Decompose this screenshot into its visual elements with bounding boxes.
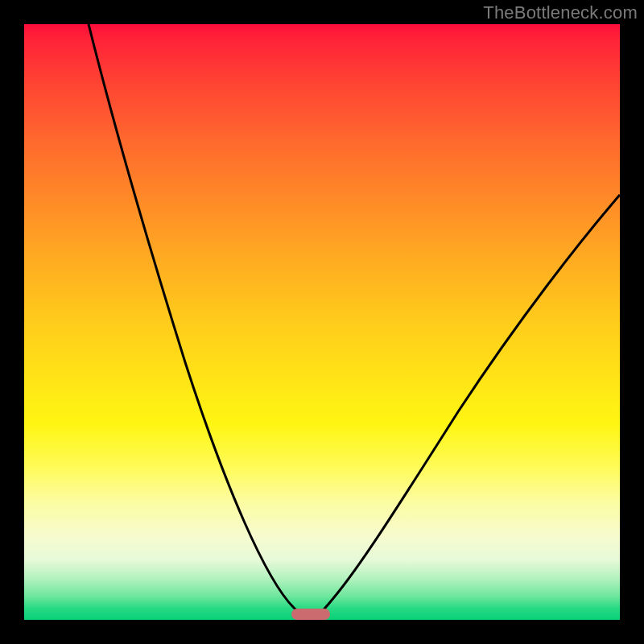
watermark-text: TheBottleneck.com <box>483 2 638 23</box>
bottleneck-curve <box>24 24 620 620</box>
chart-frame: TheBottleneck.com <box>0 0 644 644</box>
left-branch <box>89 24 308 619</box>
plot-area <box>24 24 620 620</box>
right-branch <box>314 195 620 619</box>
optimal-marker <box>291 609 330 620</box>
